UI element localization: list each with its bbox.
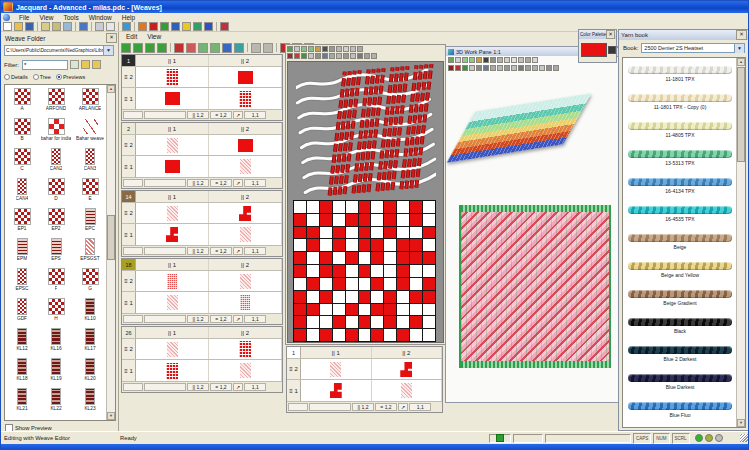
grid-cell[interactable] (307, 201, 319, 213)
grid-cell[interactable] (371, 278, 383, 290)
yarn-item[interactable]: Beige (623, 228, 737, 256)
chevron-down-icon[interactable]: ▼ (103, 46, 113, 55)
grid-cell[interactable] (359, 252, 371, 264)
weave-block[interactable]: 18|| 1|| 2≡ 2≡ 1|| 1,2= 1,2↗1,1 (121, 258, 283, 325)
grid-cell[interactable] (397, 239, 409, 251)
weave-library-list[interactable]: AARFONDARLANCEBbahar for indiaBahar weav… (4, 84, 116, 421)
weave-item[interactable]: EP1 (5, 205, 39, 235)
mini-tool-icon[interactable] (343, 53, 349, 59)
menu-help[interactable]: Help (117, 14, 140, 21)
weave-cell[interactable] (136, 203, 209, 223)
grid-cell[interactable] (423, 316, 435, 328)
weave-cell[interactable] (209, 67, 282, 87)
mini-tool-icon[interactable] (511, 57, 517, 63)
yarn-item[interactable]: Beige Gradient (623, 284, 737, 312)
weave-item[interactable]: B (5, 115, 39, 145)
mini-tool-icon[interactable] (371, 53, 377, 59)
weave-item[interactable]: bahar for india (39, 115, 73, 145)
chevron-down-icon[interactable]: ▼ (734, 44, 744, 53)
mini-tool-icon[interactable] (525, 57, 531, 63)
weave-cell[interactable] (136, 271, 209, 291)
secondary-color-swatch[interactable] (608, 46, 616, 54)
weave-item[interactable]: CAN2 (39, 145, 73, 175)
grid-cell[interactable] (294, 214, 306, 226)
export-icon[interactable] (52, 22, 61, 31)
weave-cell[interactable] (209, 224, 282, 244)
weave-id[interactable]: 1 (122, 55, 136, 66)
mini-tool-icon[interactable] (455, 57, 461, 63)
view-option-tree[interactable]: Tree (33, 74, 51, 80)
scroll-up-icon[interactable]: ▲ (107, 85, 115, 93)
grid-cell[interactable] (333, 252, 345, 264)
mini-tool-icon[interactable] (315, 53, 321, 59)
mini-tool-icon[interactable] (350, 53, 356, 59)
grid-cell[interactable] (371, 291, 383, 303)
grid-cell[interactable] (359, 201, 371, 213)
grid-cell[interactable] (307, 239, 319, 251)
warp-range-button[interactable]: || 1,2 (187, 383, 209, 391)
weave-item[interactable]: KL12 (5, 325, 39, 355)
mini-tool-icon[interactable] (539, 65, 545, 71)
weave-item[interactable]: EPSGST (73, 235, 107, 265)
weave-item[interactable]: KL19 (39, 355, 73, 385)
grid-cell[interactable] (410, 304, 422, 316)
mini-tool-icon[interactable] (504, 57, 510, 63)
grid-cell[interactable] (359, 316, 371, 328)
weave-cell[interactable] (301, 380, 372, 400)
weave-item[interactable]: Bahar weave (73, 115, 107, 145)
grid-cell[interactable] (333, 291, 345, 303)
mini-tool-icon[interactable] (532, 65, 538, 71)
mini-tool-icon[interactable] (476, 57, 482, 63)
grid-cell[interactable] (307, 316, 319, 328)
expand-button[interactable]: ↗ (233, 247, 243, 255)
weave-id[interactable]: 18 (122, 259, 136, 270)
grid-cell[interactable] (294, 265, 306, 277)
active-color-swatch[interactable] (581, 43, 607, 57)
yarn-item[interactable]: Blue 2 Darkest (623, 340, 737, 368)
warp-range-button[interactable]: || 1,2 (352, 403, 374, 411)
warp-range-button[interactable]: || 1,2 (187, 247, 209, 255)
grid-cell[interactable] (423, 291, 435, 303)
grid-cell[interactable] (423, 239, 435, 251)
grid-cell[interactable] (397, 214, 409, 226)
mini-tool-icon[interactable] (322, 53, 328, 59)
close-icon[interactable]: ✕ (606, 30, 615, 39)
grid-cell[interactable] (307, 291, 319, 303)
grid-cell[interactable] (333, 227, 345, 239)
weave-item[interactable]: CAN3 (73, 145, 107, 175)
open-folder-icon[interactable] (14, 22, 23, 31)
grid-cell[interactable] (371, 201, 383, 213)
mini-tool-icon[interactable] (518, 65, 524, 71)
new-document-icon[interactable] (3, 22, 12, 31)
grid-cell[interactable] (397, 252, 409, 264)
grid-cell[interactable] (384, 214, 396, 226)
weave-copy-icon[interactable] (186, 43, 196, 53)
yarn-item[interactable]: Beige and Yellow (623, 256, 737, 284)
grid-cell[interactable] (346, 304, 358, 316)
weave-block-floating[interactable]: 1|| 1|| 2≡ 2≡ 1|| 1,2= 1,2↗1,1 (286, 346, 443, 413)
weave-item[interactable]: GDF (5, 295, 39, 325)
weft-range-button[interactable]: = 1,2 (210, 179, 232, 187)
weave-cell[interactable] (209, 156, 282, 176)
grid-cell[interactable] (346, 252, 358, 264)
book-select[interactable]: 2500 Denier 2S Heatset ▼ (641, 43, 745, 53)
resize-grip[interactable] (740, 434, 748, 442)
yarn-item[interactable]: Blue Fluo (623, 396, 737, 424)
grid-cell[interactable] (320, 304, 332, 316)
yarn-item[interactable]: 11-1801 TPX (623, 60, 737, 88)
weave-undo-icon[interactable] (251, 43, 261, 53)
folder-path-combobox[interactable]: C:\Users\Public\Documents\NedGraphics\Li… (4, 45, 114, 56)
yarn-book-titlebar[interactable]: Yarn book ✕ (619, 30, 749, 40)
yarn-item[interactable]: 16-4535 TPX (623, 200, 737, 228)
ratio-button[interactable]: 1,1 (409, 403, 431, 411)
grid-cell[interactable] (423, 329, 435, 341)
weave-new-icon[interactable] (121, 43, 131, 53)
grid-cell[interactable] (371, 265, 383, 277)
grid-cell[interactable] (371, 214, 383, 226)
mini-tool-icon[interactable] (483, 65, 489, 71)
weave-tool-icon[interactable] (149, 22, 158, 31)
yarn-item[interactable]: Blue Darkest (623, 368, 737, 396)
grid-cell[interactable] (384, 265, 396, 277)
palette-tool-icon[interactable] (182, 22, 191, 31)
refresh-list-icon[interactable] (70, 60, 79, 69)
